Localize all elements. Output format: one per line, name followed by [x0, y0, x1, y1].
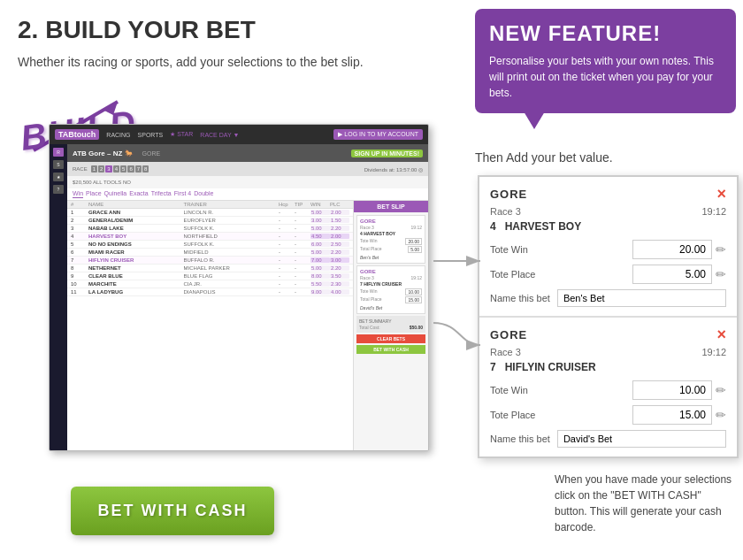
mockup-logo: TABtouch — [55, 129, 99, 140]
subtitle: Whether its racing or sports, add your s… — [18, 55, 364, 69]
new-feature-body: Personalise your bets with your own note… — [489, 53, 722, 101]
mockup-bet-slip-panel: BET SLIP GORE Race 3 19:12 4 HARVEST BOY… — [353, 201, 428, 450]
add-bet-prompt: Then Add your bet value. — [475, 150, 736, 165]
edit-icon-2a[interactable]: ✏ — [716, 383, 726, 397]
page-title: BUILD YOUR BET — [45, 16, 256, 44]
bet-card-1: GORE × Race 3 19:12 4 HARVEST BOY Tote W… — [479, 177, 737, 318]
bet-card-2-location: GORE — [490, 328, 527, 341]
bet-card-2-name-label: Name this bet — [490, 433, 550, 444]
bet-cash-label: BET WITH CASH — [98, 502, 248, 520]
bet-card-1-close[interactable]: × — [716, 186, 726, 202]
edit-icon-2b[interactable]: ✏ — [716, 408, 726, 422]
made-bets-description: When you have made your selections click… — [555, 472, 736, 535]
mockup-nav-bar: TABtouch RACING SPORTS ★ STAR RACE DAY ▼… — [50, 125, 428, 144]
nav-star[interactable]: ★ STAR — [170, 131, 193, 138]
step-number: 2. — [18, 16, 38, 44]
bet-card-1-name-input[interactable] — [557, 289, 726, 307]
mockup-race-info: RACE 1 2 3 4 5 6 7 8 Dividends at: 13:57… — [67, 162, 428, 176]
nav-racing[interactable]: RACING — [106, 132, 130, 138]
bet-card-1-place-input[interactable] — [632, 265, 712, 284]
mockup-main-content: ATB Gore – NZ 🐎 GORE SIGN UP IN MINUTES!… — [67, 144, 428, 450]
bet-card-1-race: Race 3 — [490, 206, 521, 217]
edit-icon-1a[interactable]: ✏ — [716, 242, 726, 257]
bet-card-1-name-label: Name this bet — [490, 293, 550, 303]
mockup-body: R S ★ ? ATB Gore – NZ 🐎 GORE SIGN UP IN … — [50, 144, 428, 450]
bet-card-2-place-input[interactable] — [632, 405, 712, 425]
mockup-race-header: ATB Gore – NZ 🐎 GORE SIGN UP IN MINUTES! — [67, 144, 428, 162]
bet-card-1-win-input[interactable] — [632, 240, 712, 259]
mockup-sidebar: R S ★ ? — [50, 144, 67, 450]
bet-card-2-place-label: Tote Place — [490, 410, 535, 420]
bet-card-2-win-input[interactable] — [632, 380, 712, 400]
new-feature-title: NEW FEATURE! — [489, 21, 722, 46]
right-section: NEW FEATURE! Personalise your bets with … — [442, 0, 743, 560]
bet-card-2-name-input[interactable] — [557, 430, 726, 448]
nav-login[interactable]: ▶ LOG IN TO MY ACCOUNT — [333, 129, 423, 140]
mockup-table-area: # NAME TRAINER Hcp TIP WIN PLC 1 GRACE A… — [67, 201, 353, 450]
bubble-pointer — [524, 111, 545, 129]
bet-card-2-horse: 7 HIFLYIN CRUISER — [490, 361, 726, 373]
new-feature-bubble: NEW FEATURE! Personalise your bets with … — [475, 9, 736, 113]
bet-card-2: GORE × Race 3 19:12 7 HIFLYIN CRUISER To… — [479, 318, 737, 456]
bet-card-1-horse: 4 HARVEST BOY — [490, 220, 726, 233]
bet-card-2-close[interactable]: × — [716, 326, 726, 342]
edit-icon-1b[interactable]: ✏ — [716, 267, 726, 281]
bet-with-cash-button[interactable]: BET WITH CASH — [71, 487, 274, 535]
bet-card-2-win-label: Tote Win — [490, 385, 528, 395]
mockup-bet-types: Win Place Quinella Exacta Trifecta First… — [67, 188, 428, 201]
bet-cards-panel: GORE × Race 3 19:12 4 HARVEST BOY Tote W… — [478, 175, 739, 458]
nav-sports[interactable]: SPORTS — [138, 132, 164, 138]
mockup-amount-bar: $20,500 ALL TOOLS NO — [67, 176, 428, 188]
bet-card-1-win-label: Tote Win — [490, 244, 528, 255]
mockup-screenshot: TABtouch RACING SPORTS ★ STAR RACE DAY ▼… — [49, 124, 429, 451]
bet-card-2-time: 19:12 — [701, 347, 726, 357]
bet-card-1-place-label: Tote Place — [490, 269, 535, 280]
nav-race-day[interactable]: RACE DAY ▼ — [200, 132, 239, 138]
bet-card-1-time: 19:12 — [701, 206, 726, 217]
bet-card-1-location: GORE — [490, 188, 527, 201]
bet-card-2-race: Race 3 — [490, 347, 521, 357]
left-section: 2. BUILD YOUR BET Whether its racing or … — [0, 0, 442, 560]
